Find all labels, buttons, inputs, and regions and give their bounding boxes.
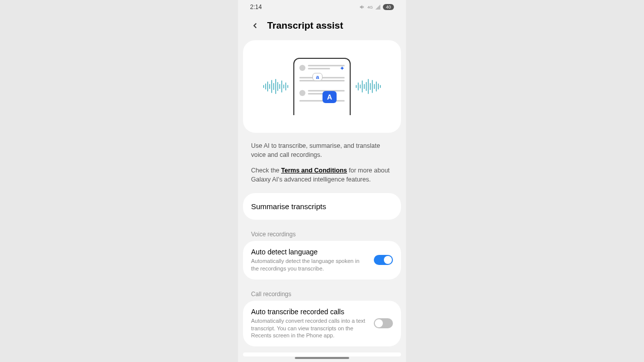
phone-screen: 2:14 4G 40 Transcript assist ✦ [238, 0, 406, 362]
auto-transcribe-calls-row[interactable]: Auto transcribe recorded calls Automatic… [243, 301, 401, 347]
network-label: 4G [367, 5, 373, 10]
auto-detect-language-row[interactable]: Auto detect language Automatically detec… [243, 241, 401, 280]
status-bar: 2:14 4G 40 [238, 0, 406, 14]
auto-transcribe-title: Auto transcribe recorded calls [251, 308, 368, 316]
terms-and-conditions-link[interactable]: Terms and Conditions [281, 167, 347, 174]
summarise-label: Summarise transcripts [251, 202, 393, 211]
page-header: Transcript assist [238, 14, 406, 40]
chevron-left-icon [251, 21, 260, 30]
auto-transcribe-desc: Automatically convert recorded calls int… [251, 317, 368, 340]
call-recordings-section-label: Call recordings [243, 286, 401, 301]
mute-icon [359, 4, 365, 10]
voice-recordings-section-label: Voice recordings [243, 226, 401, 241]
waveform-left-icon [263, 79, 288, 94]
auto-transcribe-calls-toggle[interactable] [374, 318, 393, 328]
waveform-right-icon [356, 79, 381, 94]
hero-illustration: ✦ a A [243, 40, 401, 133]
feature-description: Use AI to transcribe, summarise, and tra… [243, 139, 401, 193]
description-line1: Use AI to transcribe, summarise, and tra… [251, 142, 393, 159]
content-scroll[interactable]: ✦ a A Use AI to transcribe, summarise, a… [238, 40, 406, 356]
battery-indicator: 40 [383, 4, 394, 10]
status-time: 2:14 [250, 4, 262, 11]
auto-detect-desc: Automatically detect the language spoken… [251, 257, 368, 273]
next-card-peek [243, 352, 401, 356]
page-title: Transcript assist [267, 20, 343, 31]
phone-illustration-icon: ✦ a A [293, 58, 351, 115]
navigation-bar-indicator[interactable] [295, 357, 349, 359]
status-icons: 4G 40 [359, 4, 394, 10]
sparkle-icon: ✦ [340, 65, 345, 72]
description-line2: Check the Terms and Conditions for more … [251, 166, 393, 184]
auto-detect-title: Auto detect language [251, 248, 368, 256]
back-button[interactable] [250, 21, 260, 31]
auto-detect-language-toggle[interactable] [374, 255, 393, 265]
signal-icon [375, 4, 381, 10]
summarise-transcripts-row[interactable]: Summarise transcripts [243, 193, 401, 220]
